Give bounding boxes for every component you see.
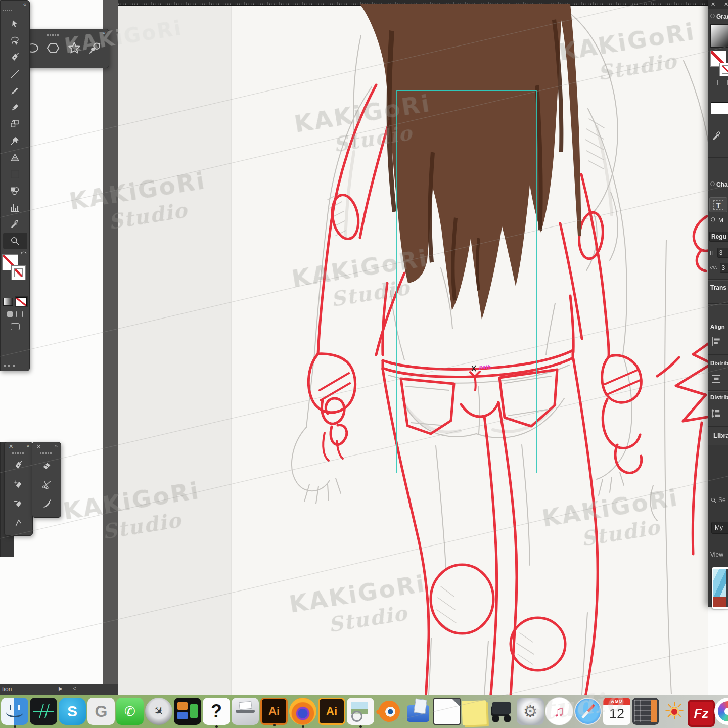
libraries-panel-title[interactable]: Libra — [708, 432, 728, 439]
gradient-panel-title[interactable]: Grad — [708, 13, 728, 20]
eyedropper-icon[interactable] — [708, 130, 728, 142]
eraser-tool[interactable] — [32, 456, 61, 475]
tracking-field[interactable]: 3 — [720, 263, 728, 273]
lasso-tool[interactable] — [1, 32, 29, 49]
zoom-tool[interactable] — [3, 233, 27, 249]
dock-icon-system-preferences[interactable]: ⚙ — [517, 698, 544, 725]
delete-anchor-point-tool[interactable] — [5, 494, 32, 513]
puppet-warp-tool[interactable] — [1, 132, 29, 149]
draw-behind-icon[interactable] — [16, 311, 23, 317]
dock-icon-blender[interactable] — [376, 698, 403, 725]
dock-icon-calculator[interactable] — [632, 698, 659, 725]
gradient-stroke-none-swatch[interactable] — [719, 63, 728, 76]
paintbrush-tool[interactable] — [1, 82, 29, 99]
transform-panel-title[interactable]: Trans — [708, 284, 728, 291]
library-search-field[interactable]: Se — [710, 496, 726, 504]
stroke-swatch-none[interactable] — [11, 265, 26, 280]
panel-collapse-dot-icon[interactable] — [710, 14, 715, 18]
add-anchor-point-tool[interactable] — [5, 475, 32, 494]
align-left-icon[interactable] — [708, 336, 728, 347]
dock-icon-itunes[interactable]: ♫ — [545, 698, 573, 725]
none-button[interactable] — [16, 297, 27, 306]
dock-icon-filezilla[interactable]: Fz — [690, 702, 713, 725]
gradient-stop-swatch[interactable] — [711, 102, 728, 114]
flare-tool[interactable] — [87, 40, 103, 56]
dock-icon-stickies[interactable] — [462, 700, 487, 725]
gradient-tool[interactable] — [1, 166, 29, 183]
character-panel-title[interactable]: Cha — [708, 181, 728, 188]
libraries-panel-body: Se My View — [708, 445, 728, 607]
toolbar-more-dots[interactable] — [4, 365, 17, 367]
swap-fill-stroke-icon[interactable] — [20, 249, 28, 257]
eyedropper-tool[interactable] — [1, 216, 29, 233]
pen-tool[interactable] — [1, 49, 29, 66]
align-panel-title[interactable]: Align — [708, 324, 728, 330]
expand-icon[interactable]: » — [55, 443, 58, 449]
distribute-center-icon[interactable] — [708, 373, 728, 384]
polygon-tool[interactable] — [46, 40, 61, 56]
dock-icon-device-transfer[interactable] — [404, 698, 432, 725]
dock-icon-launchpad[interactable]: ✈ — [145, 698, 172, 725]
free-transform-tool[interactable] — [1, 116, 29, 132]
gradient-options-icons[interactable] — [708, 80, 728, 85]
skype-glyph: S — [67, 703, 77, 720]
draw-normal-icon[interactable] — [7, 311, 13, 317]
dock-icon-skype[interactable]: S — [59, 698, 86, 725]
distribute-spacing-icon[interactable] — [708, 407, 728, 419]
status-forward-icon[interactable]: ▶ — [59, 686, 63, 691]
window-close-icon[interactable]: ✕ — [724, 1, 728, 8]
gradient-swatch[interactable] — [710, 24, 728, 48]
distribute-objects-title[interactable]: Distrib — [708, 360, 728, 366]
dock-icon-calendar[interactable]: AGO12 — [603, 698, 630, 725]
dock-icon-monster-truck-game[interactable] — [488, 698, 515, 725]
pen-tool[interactable] — [5, 456, 32, 475]
close-icon[interactable]: ✕ — [36, 443, 41, 450]
touch-type-tool-button[interactable]: T — [709, 197, 727, 212]
dock-icon-g-app[interactable]: G — [87, 698, 115, 725]
status-collapse-icon[interactable]: < — [73, 685, 76, 692]
library-asset-thumbnail[interactable] — [712, 567, 728, 609]
status-bar: tion ▶ < — [0, 684, 118, 695]
distribute-spacing-title[interactable]: Distrib — [708, 394, 728, 400]
symbol-sprayer-tool[interactable] — [1, 183, 29, 199]
dock-icon-clip-studio-paint[interactable]: ? — [203, 698, 230, 725]
dock-icon-firefox[interactable] — [289, 698, 316, 725]
dock-icon-activity-monitor[interactable] — [30, 698, 57, 725]
tracking-row: V/A 3 — [708, 263, 728, 273]
gradient-button[interactable] — [3, 298, 13, 306]
star-tool[interactable] — [67, 40, 82, 56]
dock-icon-safari[interactable] — [574, 698, 602, 725]
dock-icon-xnview[interactable]: ☀ — [661, 698, 688, 725]
library-select-dropdown[interactable]: My — [711, 522, 728, 534]
shaper-tool[interactable] — [1, 99, 29, 116]
dock-icon-illustrator-cs6[interactable]: Ai — [318, 698, 345, 725]
collapse-icon[interactable]: « — [23, 1, 26, 7]
panel-drag-handle[interactable] — [12, 452, 25, 454]
collapse-icon[interactable]: « — [103, 30, 106, 36]
perspective-grid-tool[interactable] — [1, 149, 29, 166]
selection-tool[interactable] — [1, 16, 29, 32]
knife-tool[interactable] — [32, 494, 61, 513]
font-style-field[interactable]: Regu — [709, 232, 728, 242]
dock-icon-preview[interactable] — [347, 698, 374, 725]
screen-mode-button[interactable] — [11, 323, 20, 330]
dock-icon-illustrator-cc[interactable]: Ai — [260, 698, 288, 725]
expand-icon[interactable]: » — [26, 443, 29, 449]
anchor-point-tool[interactable] — [5, 513, 32, 532]
dock-icon-window-manager[interactable] — [174, 698, 201, 725]
close-icon[interactable]: ✕ — [9, 443, 13, 450]
font-size-field[interactable]: 3 — [717, 248, 728, 258]
panel-collapse-dot-icon[interactable] — [710, 181, 715, 186]
line-segment-tool[interactable] — [1, 66, 29, 82]
column-graph-tool[interactable] — [1, 199, 29, 216]
scissors-tool[interactable] — [32, 475, 61, 494]
dock-icon-finder[interactable] — [1, 698, 28, 725]
font-family-field[interactable]: M — [708, 216, 728, 224]
dock-icon-facetime[interactable]: ✆ — [116, 698, 144, 725]
panel-drag-handle[interactable] — [40, 452, 53, 454]
dock-icon-photos[interactable] — [714, 698, 728, 725]
dock-icon-libreoffice[interactable] — [433, 698, 461, 725]
panel-drag-handle[interactable] — [47, 34, 60, 36]
dock-icon-scanner[interactable] — [232, 698, 259, 725]
close-icon[interactable]: ✕ — [711, 1, 715, 8]
